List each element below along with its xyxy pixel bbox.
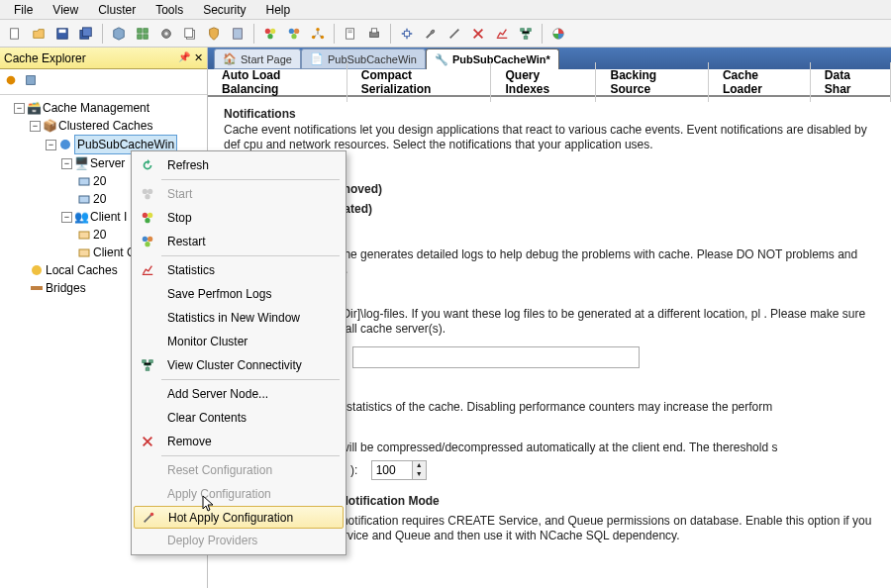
svg-rect-53 xyxy=(146,368,149,371)
svg-point-40 xyxy=(32,265,42,275)
menu-view[interactable]: View xyxy=(43,1,88,19)
connectivity-icon xyxy=(136,354,159,376)
menu-tools[interactable]: Tools xyxy=(146,1,193,19)
svg-rect-2 xyxy=(59,29,66,33)
tree-root[interactable]: −🗃️Cache Management xyxy=(2,99,205,117)
tool-server-icon[interactable] xyxy=(227,23,248,45)
svg-rect-13 xyxy=(234,28,243,39)
svg-rect-12 xyxy=(185,28,193,37)
threshold-value[interactable] xyxy=(372,461,412,479)
svg-rect-31 xyxy=(524,36,528,39)
ctx-stop[interactable]: Stop xyxy=(134,206,344,230)
tool-grid-icon[interactable] xyxy=(132,23,153,45)
tool-remove-icon[interactable] xyxy=(467,23,489,45)
remove-icon xyxy=(136,431,159,452)
svg-point-50 xyxy=(145,242,149,246)
svg-rect-28 xyxy=(404,31,409,36)
tool-security-icon[interactable] xyxy=(203,23,225,45)
svg-point-42 xyxy=(143,189,148,194)
menu-file[interactable]: File xyxy=(4,1,43,19)
svg-point-10 xyxy=(164,32,168,36)
ctx-statistics[interactable]: Statistics xyxy=(134,258,344,282)
close-icon[interactable]: ✕ xyxy=(194,51,203,64)
tool-new-icon[interactable] xyxy=(4,23,26,45)
svg-rect-5 xyxy=(138,28,142,32)
refresh-tree-icon[interactable] xyxy=(4,73,18,90)
svg-rect-51 xyxy=(143,360,147,363)
tool-doc-icon[interactable] xyxy=(340,23,361,45)
subtab-loader[interactable]: Cache Loader xyxy=(709,62,811,102)
menu-cluster[interactable]: Cluster xyxy=(88,1,146,19)
svg-point-20 xyxy=(316,27,320,31)
subtab-compact[interactable]: Compact Serialization xyxy=(347,62,492,102)
panel-toolbar xyxy=(0,69,207,95)
ctx-remove[interactable]: Remove xyxy=(134,430,344,453)
svg-point-44 xyxy=(145,194,149,199)
tool-cube-icon[interactable] xyxy=(108,23,130,45)
ctx-clear-contents[interactable]: Clear Contents xyxy=(134,406,344,430)
svg-rect-4 xyxy=(83,27,92,36)
spinner-up-icon[interactable]: ▲ xyxy=(413,461,426,470)
svg-point-54 xyxy=(150,512,154,516)
svg-rect-29 xyxy=(521,28,525,31)
ctx-view-connectivity[interactable]: View Cluster Connectivity xyxy=(134,353,344,377)
svg-rect-25 xyxy=(347,32,351,33)
ctx-hot-apply-config[interactable]: Hot Apply Configuration xyxy=(134,506,344,529)
log-path-input[interactable] xyxy=(352,346,640,368)
svg-rect-52 xyxy=(149,360,153,363)
tool-colorwheel-icon[interactable] xyxy=(547,23,569,45)
ctx-deploy-providers: Deploy Providers xyxy=(134,529,344,552)
svg-point-33 xyxy=(7,76,16,85)
toolbar xyxy=(0,20,891,48)
spinner-down-icon[interactable]: ▼ xyxy=(413,470,426,479)
tool-copy-icon[interactable] xyxy=(179,23,201,45)
tool-balls2-icon[interactable] xyxy=(283,23,305,45)
subtab-query[interactable]: Query Indexes xyxy=(491,62,596,102)
tool-open-icon[interactable] xyxy=(28,23,50,45)
restart-icon xyxy=(136,231,159,252)
svg-rect-23 xyxy=(346,28,354,39)
notifications-desc: Cache event notifications let you design… xyxy=(224,123,875,152)
svg-point-15 xyxy=(270,28,275,33)
ctx-save-perfmon[interactable]: Save Perfmon Logs xyxy=(134,282,344,306)
ctx-start: Start xyxy=(134,182,344,206)
svg-point-19 xyxy=(291,34,296,39)
tool-bracket-icon[interactable] xyxy=(396,23,418,45)
subtab-backing[interactable]: Backing Source xyxy=(596,62,708,102)
svg-rect-37 xyxy=(79,196,89,203)
threshold-spinner[interactable]: ▲▼ xyxy=(371,460,427,480)
tool-gear-icon[interactable] xyxy=(155,23,177,45)
ctx-monitor-cluster[interactable]: Monitor Cluster xyxy=(134,330,344,353)
tool-nodes-icon[interactable] xyxy=(307,23,329,45)
svg-point-45 xyxy=(143,213,148,218)
tool-saveall-icon[interactable] xyxy=(75,23,97,45)
svg-rect-39 xyxy=(79,249,89,256)
svg-rect-34 xyxy=(27,76,36,85)
stop-icon xyxy=(136,207,159,229)
svg-point-16 xyxy=(267,34,272,39)
tool-chart-icon[interactable] xyxy=(491,23,513,45)
svg-point-47 xyxy=(145,218,149,223)
menu-security[interactable]: Security xyxy=(193,1,255,19)
tree-clustered[interactable]: −📦Clustered Caches xyxy=(2,117,205,135)
collapse-tree-icon[interactable] xyxy=(24,73,38,90)
tool-print-icon[interactable] xyxy=(363,23,385,45)
svg-rect-30 xyxy=(528,28,532,31)
subtab-autoload[interactable]: Auto Load Balancing xyxy=(208,62,347,102)
ctx-restart[interactable]: Restart xyxy=(134,230,344,253)
tool-tools-icon[interactable] xyxy=(444,23,465,45)
ctx-apply-config: Apply Configuration xyxy=(134,482,344,506)
ctx-reset-config: Reset Configuration xyxy=(134,458,344,482)
subtab-datashare[interactable]: Data Shar xyxy=(811,62,891,102)
ctx-stats-new-window[interactable]: Statistics in New Window xyxy=(134,306,344,330)
tool-wrench-icon[interactable] xyxy=(420,23,442,45)
ctx-refresh[interactable]: Refresh xyxy=(134,153,344,177)
svg-rect-8 xyxy=(144,34,148,38)
tool-network-icon[interactable] xyxy=(515,23,537,45)
tool-balls-icon[interactable] xyxy=(259,23,281,45)
ctx-add-server-node[interactable]: Add Server Node... xyxy=(134,382,344,406)
svg-point-43 xyxy=(148,189,152,194)
menu-help[interactable]: Help xyxy=(256,1,301,19)
tool-save-icon[interactable] xyxy=(51,23,73,45)
pin-icon[interactable]: 📌 xyxy=(178,51,190,64)
